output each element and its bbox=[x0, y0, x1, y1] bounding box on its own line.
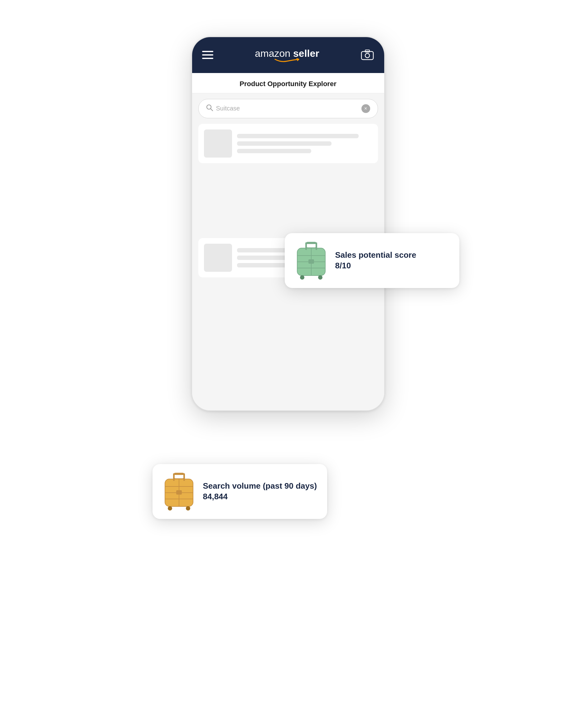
svg-rect-25 bbox=[176, 490, 182, 495]
scene: amazon seller Product Opportun bbox=[148, 21, 429, 707]
skeleton-card-1 bbox=[198, 124, 378, 163]
svg-point-14 bbox=[318, 275, 322, 280]
search-icon bbox=[206, 104, 213, 113]
search-input[interactable]: Suitcase bbox=[216, 105, 358, 112]
svg-point-1 bbox=[365, 53, 370, 58]
svg-point-27 bbox=[186, 506, 190, 510]
svg-rect-12 bbox=[309, 259, 314, 264]
camera-icon bbox=[361, 48, 374, 60]
skeleton-line bbox=[237, 149, 312, 153]
svg-rect-30 bbox=[173, 473, 185, 475]
skeleton-line bbox=[237, 141, 332, 146]
skeleton-image-2 bbox=[204, 244, 232, 272]
hamburger-button[interactable] bbox=[202, 51, 213, 59]
svg-point-13 bbox=[300, 275, 305, 280]
page-title-bar: Product Opportunity Explorer bbox=[192, 73, 384, 93]
logo-amazon: amazon bbox=[255, 48, 290, 59]
svg-rect-0 bbox=[362, 52, 373, 60]
phone-topbar: amazon seller bbox=[192, 37, 384, 73]
search-volume-text: Search volume (past 90 days) 84,844 bbox=[203, 481, 317, 502]
page-title: Product Opportunity Explorer bbox=[201, 80, 375, 88]
svg-point-26 bbox=[168, 506, 172, 510]
search-volume-value: 84,844 bbox=[203, 492, 317, 502]
search-volume-popup: Search volume (past 90 days) 84,844 bbox=[152, 464, 327, 519]
search-volume-label: Search volume (past 90 days) bbox=[203, 481, 317, 492]
camera-button[interactable] bbox=[361, 48, 374, 61]
sales-potential-label: Sales potential score bbox=[335, 250, 416, 260]
sales-potential-text: Sales potential score 8/10 bbox=[335, 250, 416, 271]
svg-line-4 bbox=[210, 109, 213, 111]
yellow-suitcase-icon bbox=[162, 473, 196, 510]
logo-seller: seller bbox=[290, 48, 319, 59]
logo-text: amazon seller bbox=[255, 48, 319, 59]
skeleton-line bbox=[237, 134, 359, 138]
svg-rect-17 bbox=[305, 243, 317, 244]
green-suitcase-icon bbox=[294, 242, 328, 279]
sales-potential-popup: Sales potential score 8/10 bbox=[285, 233, 459, 288]
sales-potential-value: 8/10 bbox=[335, 260, 416, 271]
skeleton-image-1 bbox=[204, 130, 232, 158]
clear-search-button[interactable]: × bbox=[362, 104, 370, 113]
amazon-seller-logo: amazon seller bbox=[255, 48, 319, 62]
amazon-smile-icon bbox=[275, 58, 299, 62]
phone-shell: amazon seller Product Opportun bbox=[192, 36, 385, 411]
skeleton-lines-1 bbox=[237, 130, 372, 158]
search-bar[interactable]: Suitcase × bbox=[198, 99, 378, 118]
